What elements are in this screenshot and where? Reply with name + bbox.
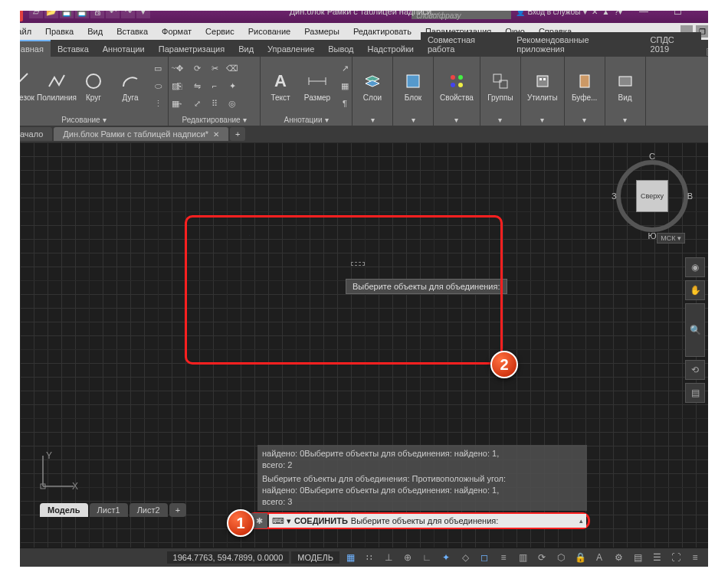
menu-insert[interactable]: Вставка <box>110 25 154 38</box>
nav-pan-icon[interactable]: ✋ <box>685 280 705 300</box>
layout-tab-sheet2[interactable]: Лист2 <box>130 503 168 517</box>
panel-annotation-title[interactable]: Аннотации ▾ <box>264 113 349 126</box>
status-qp-icon[interactable]: ▤ <box>629 550 646 565</box>
doc-tab-current[interactable]: Дин.блок Рамки с таблицей надписи*✕ <box>54 127 228 141</box>
arc-button[interactable]: Дуга <box>113 69 147 103</box>
ellipse-icon[interactable]: ⬭ <box>150 78 166 93</box>
ribbon-tab-addins[interactable]: Надстройки <box>361 41 421 57</box>
rotate-icon[interactable]: ⟳ <box>189 60 205 76</box>
status-annoscale-icon[interactable]: 🔒 <box>572 550 589 565</box>
circle-button[interactable]: Круг <box>77 69 110 103</box>
doc-tab-start[interactable]: Начало <box>5 127 52 141</box>
menu-modify[interactable]: Редактировать <box>347 25 418 38</box>
menu-tools[interactable]: Сервис <box>199 25 241 38</box>
menu-draw[interactable]: Рисование <box>242 25 297 38</box>
command-history-caret-icon[interactable]: ▴ <box>579 517 583 525</box>
qat-redo-icon[interactable]: ↷ <box>121 5 135 18</box>
erase-icon[interactable]: ⌫ <box>225 60 240 76</box>
nav-showmotion-icon[interactable]: ▤ <box>685 383 705 403</box>
copy-icon[interactable]: ⎘ <box>172 78 187 93</box>
status-coordinates[interactable]: 1964.7763, 594.7899, 0.0000 <box>167 551 290 564</box>
offset-icon[interactable]: ◎ <box>225 96 240 111</box>
status-grid-icon[interactable]: ▦ <box>342 550 359 565</box>
block-button[interactable]: Блок <box>396 69 430 103</box>
move-icon[interactable]: ✥ <box>172 60 187 76</box>
panel-draw-title[interactable]: Рисование ▾ <box>3 113 165 126</box>
viewcube-east[interactable]: В <box>687 191 693 201</box>
ribbon-tab-spds[interactable]: СПДС 2019 <box>644 32 701 57</box>
trim-icon[interactable]: ✂ <box>207 60 222 76</box>
rect-icon[interactable]: ▭ <box>150 60 166 76</box>
ribbon-minimize-icon[interactable]: ▣▾ <box>701 46 723 57</box>
panel-modify-title[interactable]: Редактирование ▾ <box>172 113 257 126</box>
status-cycle-icon[interactable]: ⟳ <box>533 550 550 565</box>
status-polar-icon[interactable]: ✦ <box>438 550 454 565</box>
table-icon[interactable]: ▦ <box>337 78 353 93</box>
status-infer-icon[interactable]: ⊥ <box>380 550 397 565</box>
menu-format[interactable]: Формат <box>156 25 198 38</box>
layers-button[interactable]: Слои <box>356 69 389 103</box>
exchange-icon[interactable]: ✕ <box>592 8 598 16</box>
status-space[interactable]: МОДЕЛЬ <box>291 551 339 564</box>
menu-dimension[interactable]: Размеры <box>298 25 346 38</box>
status-trans-icon[interactable]: ▥ <box>514 550 531 565</box>
a360-icon[interactable]: ▲ <box>602 8 610 16</box>
groups-button[interactable]: Группы <box>484 69 517 103</box>
ribbon-tab-collaborate[interactable]: Совместная работа <box>421 32 510 57</box>
ribbon-tab-home[interactable]: Главная <box>5 40 51 57</box>
layout-tab-model[interactable]: Модель <box>40 503 88 517</box>
array-icon[interactable]: ⠿ <box>207 96 222 111</box>
properties-button[interactable]: Свойства <box>437 69 477 103</box>
close-button[interactable]: ✕ <box>694 0 728 23</box>
qat-new-icon[interactable]: ▱ <box>29 5 43 18</box>
viewcube[interactable]: Сверху С Ю З В <box>610 150 694 242</box>
mirror-icon[interactable]: ⇋ <box>189 78 205 93</box>
drawing-canvas[interactable]: Выберите объекты для объединения: 2 Y X … <box>20 142 708 548</box>
ribbon-tab-featured[interactable]: Рекомендованные приложения <box>510 32 643 57</box>
qat-plot-icon[interactable]: 🖨 <box>90 5 104 18</box>
status-lwt-icon[interactable]: ≡ <box>495 550 512 565</box>
status-clean-icon[interactable]: ⛶ <box>667 550 684 565</box>
explode-icon[interactable]: ✦ <box>225 78 240 93</box>
line-button[interactable]: Отрезок <box>3 69 37 103</box>
nav-wheel-icon[interactable]: ◉ <box>685 257 705 277</box>
doc-tab-new[interactable]: + <box>230 127 245 141</box>
leader-icon[interactable]: ↗ <box>337 60 353 76</box>
menu-edit[interactable]: Правка <box>39 25 80 38</box>
qat-dropdown-icon[interactable]: ▾ <box>136 5 150 18</box>
status-ortho-icon[interactable]: ∟ <box>418 550 435 565</box>
layout-tab-add[interactable]: + <box>169 503 186 517</box>
status-custom-icon[interactable]: ≡ <box>687 550 703 565</box>
status-3dosnap-icon[interactable]: ⬡ <box>553 550 569 565</box>
nav-orbit-icon[interactable]: ⟲ <box>685 360 705 380</box>
status-iso-icon[interactable]: ◇ <box>457 550 474 565</box>
point-icon[interactable]: ⋮ <box>150 96 166 111</box>
wcs-label[interactable]: МСК ▾ <box>657 233 685 244</box>
status-units-icon[interactable]: ⚙ <box>610 550 627 565</box>
mtext-icon[interactable]: ¶ <box>337 96 353 111</box>
viewcube-west[interactable]: З <box>612 191 617 201</box>
menu-file[interactable]: Файл <box>5 25 38 38</box>
polyline-button[interactable]: Полилиния <box>40 69 74 103</box>
ribbon-tab-parametric[interactable]: Параметризация <box>152 41 231 57</box>
status-dyn-icon[interactable]: ⊕ <box>399 550 416 565</box>
ribbon-tab-manage[interactable]: Управление <box>261 41 321 57</box>
ribbon-tab-view[interactable]: Вид <box>231 41 261 57</box>
ribbon-tab-output[interactable]: Вывод <box>321 41 360 57</box>
layout-tab-sheet1[interactable]: Лист1 <box>90 503 128 517</box>
status-ws-icon[interactable]: ☰ <box>648 550 665 565</box>
ribbon-tab-insert[interactable]: Вставка <box>51 41 96 57</box>
viewcube-north[interactable]: С <box>649 152 655 161</box>
status-snap-icon[interactable]: ∷ <box>361 550 378 565</box>
doc-tab-close-icon[interactable]: ✕ <box>213 130 219 139</box>
qat-undo-icon[interactable]: ↶ <box>106 5 120 18</box>
status-osnap-icon[interactable]: ◻ <box>476 550 493 565</box>
menu-view[interactable]: Вид <box>81 25 109 38</box>
qat-saveas-icon[interactable]: 💾 <box>75 5 89 18</box>
maximize-button[interactable]: ☐ <box>661 0 694 23</box>
utilities-button[interactable]: Утилиты <box>524 69 561 103</box>
status-annovis-icon[interactable]: A <box>591 550 608 565</box>
app-logo[interactable]: A <box>3 2 23 21</box>
dimension-button[interactable]: Размер <box>300 69 334 103</box>
stretch-icon[interactable]: ↔ <box>172 96 187 111</box>
